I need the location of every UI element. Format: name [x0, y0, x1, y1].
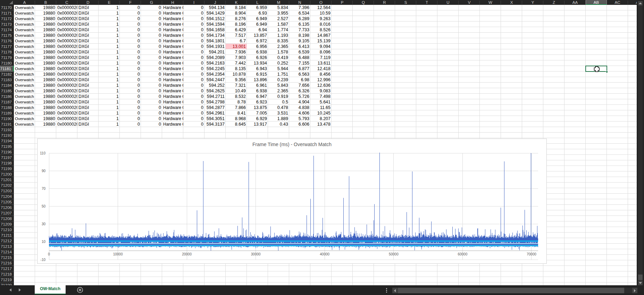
- svg-text:60000: 60000: [458, 252, 467, 256]
- svg-text:30: 30: [42, 222, 46, 226]
- svg-text:50: 50: [42, 204, 46, 208]
- svg-text:Frame Time (ms) - Overwatch Ma: Frame Time (ms) - Overwatch Match: [252, 142, 332, 147]
- svg-text:10: 10: [42, 240, 46, 244]
- svg-text:90: 90: [42, 169, 46, 173]
- svg-text:10000: 10000: [113, 252, 123, 256]
- svg-text:20000: 20000: [182, 252, 192, 256]
- svg-text:-10: -10: [41, 258, 46, 262]
- svg-text:70000: 70000: [527, 252, 536, 256]
- svg-text:30000: 30000: [251, 252, 261, 256]
- svg-text:70: 70: [42, 187, 46, 191]
- svg-text:50000: 50000: [389, 252, 399, 256]
- svg-text:0: 0: [48, 252, 50, 256]
- svg-text:40000: 40000: [320, 252, 329, 256]
- svg-text:110: 110: [40, 151, 45, 155]
